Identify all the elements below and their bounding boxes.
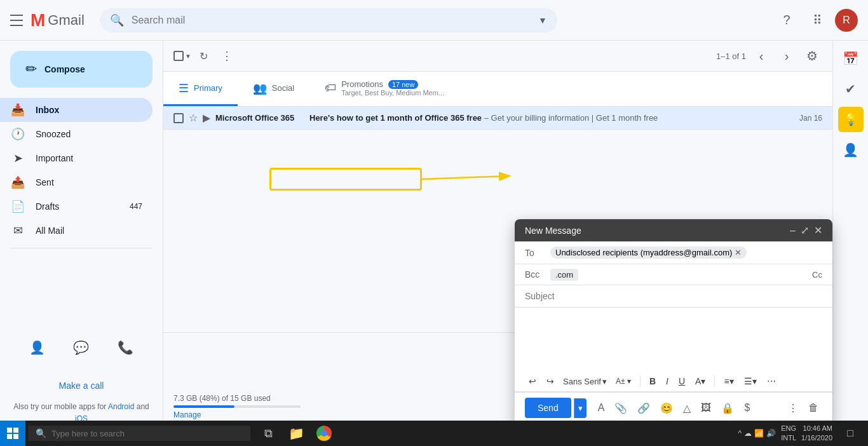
to-chip-close[interactable]: ✕ xyxy=(735,248,742,257)
compose-expand-button[interactable]: ⤢ xyxy=(801,224,809,236)
keep-icon[interactable]: 💡 xyxy=(838,107,864,132)
align-button[interactable]: ≡▾ xyxy=(720,374,737,389)
contacts-panel-icon[interactable]: 👤 xyxy=(838,137,864,163)
send-button[interactable]: Send xyxy=(525,398,571,418)
sidebar-item-important[interactable]: ➤ Important xyxy=(0,146,153,170)
compose-header[interactable]: New Message – ⤢ ✕ xyxy=(515,219,832,241)
sidebar-item-sent[interactable]: 📤 Sent xyxy=(0,170,153,194)
subject-input[interactable] xyxy=(525,291,822,301)
calendar-icon[interactable]: 📅 xyxy=(838,46,864,71)
star-icon[interactable]: ☆ xyxy=(189,112,198,124)
taskbar-cloud-icon[interactable]: ☁ xyxy=(744,429,752,438)
emoji-button[interactable]: 😊 xyxy=(656,398,677,418)
contacts-icon[interactable]: 👤 xyxy=(25,335,50,360)
indent-button[interactable]: ⋯ xyxy=(763,374,780,389)
search-input[interactable] xyxy=(132,15,531,26)
compose-toolbar: Send ▾ A 📎 🔗 😊 △ 🖼 🔒 $ ⋮ 🗑 xyxy=(515,392,832,423)
sidebar-footer-icons: 👤 💬 📞 xyxy=(0,330,163,370)
drive-button[interactable]: △ xyxy=(679,398,695,418)
help-button[interactable]: ? xyxy=(774,8,799,33)
menu-icon[interactable] xyxy=(10,13,25,28)
tasks-icon[interactable]: ✔ xyxy=(838,76,864,102)
checkbox-icon[interactable] xyxy=(173,51,184,61)
promotions-sub: Target, Best Buy, Medium Mem... xyxy=(341,89,444,97)
compose-minimize-button[interactable]: – xyxy=(790,224,796,236)
sidebar-item-inbox[interactable]: 📥 Inbox xyxy=(0,98,153,122)
list-button[interactable]: ☰▾ xyxy=(740,374,761,389)
important-label: Important xyxy=(36,153,142,163)
signature-button[interactable]: $ xyxy=(740,398,754,417)
taskbar-sound-icon[interactable]: 🔊 xyxy=(766,429,776,438)
send-dropdown-button[interactable]: ▾ xyxy=(574,398,587,418)
redo-button[interactable]: ↪ xyxy=(543,374,558,389)
more-options-compose-button[interactable]: ⋮ xyxy=(784,398,802,418)
delete-compose-button[interactable]: 🗑 xyxy=(804,398,822,418)
compose-overlay: New Message – ⤢ ✕ To Undisclosed recipie… xyxy=(515,219,832,423)
snoozed-icon: 🕐 xyxy=(10,127,25,141)
bcc-input[interactable]: .com xyxy=(550,269,578,281)
email-row[interactable]: ☆ ▶ Microsoft Office 365 Here's how to g… xyxy=(163,107,832,130)
checkbox-dropdown-arrow[interactable]: ▼ xyxy=(185,53,191,60)
more-options-button[interactable]: ⋮ xyxy=(217,46,237,66)
attach-button[interactable]: 📎 xyxy=(611,398,631,418)
tab-promotions[interactable]: 🏷 Promotions 17 new Target, Best Buy, Me… xyxy=(309,72,459,106)
right-panel: 📅 ✔ 💡 👤 › xyxy=(832,41,868,446)
compose-button[interactable]: ✏ Compose xyxy=(10,51,153,88)
svg-rect-1 xyxy=(7,428,12,433)
email-checkbox[interactable] xyxy=(173,113,184,123)
manage-link[interactable]: Manage xyxy=(173,410,201,419)
compose-subject-field xyxy=(515,285,832,307)
sidebar-item-all-mail[interactable]: ✉ All Mail xyxy=(0,219,153,243)
font-family-select[interactable]: Sans Serif ▾ xyxy=(560,375,609,388)
link-button[interactable]: 🔗 xyxy=(634,398,654,418)
social-tab-label: Social xyxy=(272,83,294,93)
bold-button[interactable]: B xyxy=(646,374,660,389)
lock-button[interactable]: 🔒 xyxy=(717,398,738,418)
sidebar-item-snoozed[interactable]: 🕐 Snoozed xyxy=(0,122,153,146)
chat-icon[interactable]: 💬 xyxy=(69,335,94,360)
taskbar-up-arrow[interactable]: ^ xyxy=(738,429,742,438)
search-dropdown-arrow[interactable]: ▼ xyxy=(538,15,547,25)
select-all-checkbox[interactable]: ▼ xyxy=(173,51,191,61)
email-subject-preview: Here's how to get 1 month of Office 365 … xyxy=(309,113,789,123)
chrome-button[interactable] xyxy=(311,421,337,446)
avatar[interactable]: R xyxy=(835,9,858,32)
underline-button[interactable]: U xyxy=(675,374,689,389)
inbox-label: Inbox xyxy=(36,105,142,115)
undo-button[interactable]: ↩ xyxy=(525,374,540,389)
file-explorer-button[interactable]: 📁 xyxy=(283,421,309,446)
font-size-button[interactable]: A± ▾ xyxy=(612,374,635,388)
settings-button[interactable]: ⚙ xyxy=(802,46,822,66)
taskview-button[interactable]: ⧉ xyxy=(255,421,281,446)
svg-rect-2 xyxy=(13,428,18,433)
taskbar-network-icon[interactable]: 📶 xyxy=(754,429,764,438)
cc-label[interactable]: Cc xyxy=(812,270,822,280)
taskbar-search-input[interactable] xyxy=(51,429,243,438)
compose-body[interactable] xyxy=(515,307,832,371)
android-link[interactable]: Android xyxy=(108,402,134,411)
tab-primary[interactable]: ☰ Primary xyxy=(163,72,238,106)
taskbar-search-bar[interactable]: 🔍 xyxy=(28,426,250,441)
taskbar-notification-button[interactable]: □ xyxy=(837,421,863,446)
compose-close-button[interactable]: ✕ xyxy=(814,224,822,236)
svg-rect-3 xyxy=(7,434,12,439)
social-tab-icon: 👥 xyxy=(253,81,267,95)
prev-page-button[interactable]: ‹ xyxy=(751,46,771,66)
make-call-link[interactable]: Make a call xyxy=(0,370,163,401)
important-marker[interactable]: ▶ xyxy=(203,112,210,124)
phone-icon[interactable]: 📞 xyxy=(112,335,138,360)
sidebar-item-drafts[interactable]: 📄 Drafts 447 xyxy=(0,194,153,219)
email-subject: Here's how to get 1 month of Office 365 … xyxy=(309,113,482,123)
start-button[interactable] xyxy=(0,421,25,446)
pagination-text: 1–1 of 1 xyxy=(716,51,746,61)
tab-social[interactable]: 👥 Social xyxy=(238,72,309,106)
format-text-button[interactable]: A xyxy=(594,398,609,417)
top-bar: M Gmail 🔍 ▼ ? ⠿ R xyxy=(0,0,868,41)
refresh-button[interactable]: ↻ xyxy=(194,46,214,66)
apps-button[interactable]: ⠿ xyxy=(804,8,830,33)
text-color-button[interactable]: A▾ xyxy=(691,374,709,389)
italic-button[interactable]: I xyxy=(662,374,672,389)
next-page-button[interactable]: › xyxy=(776,46,797,66)
photo-button[interactable]: 🖼 xyxy=(697,398,715,417)
compose-toolbar-right: ⋮ 🗑 xyxy=(784,398,822,418)
